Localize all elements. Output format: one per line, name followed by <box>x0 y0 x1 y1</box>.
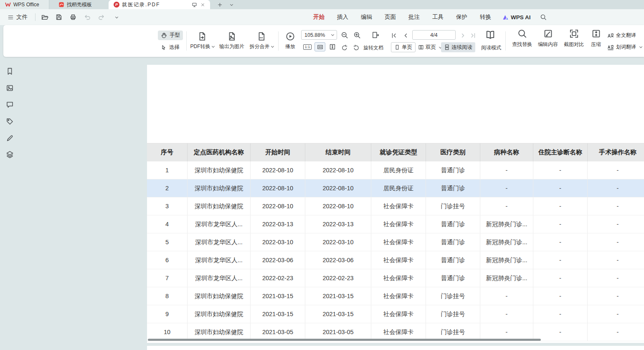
select-tool-label: 选择 <box>169 44 180 51</box>
table-cell: 新冠肺炎门诊... <box>480 233 533 251</box>
table-row[interactable]: 8深圳市妇幼保健院2021-03-152021-03-15社会保障卡门诊挂号--… <box>147 287 644 305</box>
rotate-doc-label[interactable]: 旋转文档 <box>363 44 383 51</box>
file-menu-button[interactable]: 文件 <box>4 12 31 23</box>
save-button[interactable] <box>54 12 64 22</box>
table-cell: - <box>533 233 588 251</box>
edit-content-button[interactable]: 编辑内容 <box>535 29 560 48</box>
select-tool-button[interactable]: 选择 <box>158 43 183 52</box>
first-page-button[interactable] <box>390 31 399 40</box>
rotate-right-button[interactable] <box>352 43 361 52</box>
menu-tab[interactable]: 编辑 <box>355 11 378 23</box>
pdf-convert-icon <box>198 32 207 41</box>
double-page-button[interactable]: 双页 <box>415 42 444 52</box>
undo-icon <box>84 14 91 20</box>
menu-tab[interactable]: 开始 <box>307 11 331 23</box>
print-button[interactable] <box>68 12 78 22</box>
monitor-icon[interactable] <box>192 2 197 8</box>
bookmark-panel-button[interactable] <box>6 67 14 76</box>
zoom-out-button[interactable] <box>340 31 349 40</box>
read-mode-label[interactable]: 阅读模式 <box>479 44 503 51</box>
table-cell: 8 <box>147 287 188 305</box>
table-cell: 2022-03-13 <box>305 215 371 233</box>
read-mode-button[interactable] <box>484 29 496 40</box>
tab-docer[interactable]: 找稻壳模板 <box>53 0 106 9</box>
screenshot-compare-button[interactable]: 截图对比 <box>561 29 586 48</box>
new-tab-button[interactable] <box>215 0 224 9</box>
table-header-cell: 病种名称 <box>480 143 533 161</box>
chevron-down-icon <box>331 33 334 36</box>
menu-tab[interactable]: 工具 <box>426 11 450 23</box>
single-page-icon <box>394 44 400 50</box>
hand-tool-button[interactable]: 手型 <box>158 31 183 40</box>
table-cell: 社会保障卡 <box>371 269 426 287</box>
tab-list-button[interactable] <box>226 0 235 9</box>
quick-access-dropdown[interactable] <box>111 12 121 22</box>
comment-panel-button[interactable] <box>6 101 14 109</box>
fit-width-icon <box>317 44 324 50</box>
wps-ai-button[interactable]: WPS AI <box>497 12 536 23</box>
table-cell: 2022-08-10 <box>305 197 371 215</box>
table-cell: - <box>588 197 644 215</box>
full-translate-button[interactable]: 全文翻译 <box>607 32 636 39</box>
tab-document[interactable]: P 就医记录.PDF <box>109 0 210 9</box>
fit-page-button[interactable] <box>327 42 338 51</box>
menu-tab[interactable]: 插入 <box>331 11 355 23</box>
menu-tab[interactable]: 转换 <box>474 11 497 23</box>
pdf-convert-button[interactable]: PDF转换 <box>188 29 216 53</box>
table-row[interactable]: 7深圳市龙华区人...2022-02-232022-02-23社会保障卡普通门诊… <box>147 269 644 287</box>
compress-button[interactable]: 压缩 <box>586 29 606 48</box>
table-cell: - <box>480 161 533 179</box>
menu-tab[interactable]: 批注 <box>402 11 426 23</box>
previous-page-button[interactable] <box>401 31 411 40</box>
table-cell: - <box>588 179 644 197</box>
actual-size-button[interactable]: 1:1 <box>302 42 313 51</box>
export-image-icon <box>227 32 236 41</box>
single-page-button[interactable]: 单页 <box>391 42 416 52</box>
ribbon-toolbar: 手型 选择 PDF转换 输出为图片 拆分合并 播放 105.88% <box>3 25 644 57</box>
tag-panel-button[interactable] <box>6 118 14 126</box>
pdf-page: 序号定点医药机构名称开始时间结束时间就诊凭证类型医疗类别病种名称住院主诊断名称手… <box>147 65 644 343</box>
continuous-read-button[interactable]: 连续阅读 <box>441 42 475 52</box>
open-file-button[interactable] <box>40 12 50 22</box>
table-row[interactable]: 3深圳市妇幼保健院2022-08-102022-08-10社会保障卡门诊挂号--… <box>147 197 644 215</box>
fit-width-button[interactable] <box>314 42 325 51</box>
hand-tool-label: 手型 <box>170 32 180 39</box>
find-replace-button[interactable]: 查找替换 <box>510 29 535 48</box>
table-cell: 10 <box>147 323 188 341</box>
annotate-panel-button[interactable] <box>6 134 14 143</box>
layers-panel-button[interactable] <box>6 151 14 159</box>
table-row[interactable]: 1深圳市妇幼保健院2022-08-102022-08-10居民身份证普通门诊--… <box>147 161 644 179</box>
horizontal-scrollbar[interactable] <box>148 339 541 341</box>
play-button[interactable]: 播放 <box>280 29 300 53</box>
book-icon <box>485 30 495 40</box>
table-row[interactable]: 5深圳市龙华区人...2022-03-102022-03-10社会保障卡普通门诊… <box>147 233 644 251</box>
table-row[interactable]: 9深圳市妇幼保健院2021-03-152021-03-15社会保障卡门诊挂号--… <box>147 305 644 323</box>
table-row[interactable]: 4深圳市龙华区人...2022-03-132022-03-13社会保障卡普通门诊… <box>147 215 644 233</box>
continuous-read-icon <box>444 44 450 50</box>
table-row[interactable]: 6深圳市龙华区人...2022-03-062022-03-06社会保障卡普通门诊… <box>147 251 644 269</box>
thumbnail-panel-button[interactable] <box>6 84 14 92</box>
last-page-button[interactable] <box>468 31 477 40</box>
menu-tab[interactable]: 页面 <box>378 11 402 23</box>
close-tab-icon[interactable] <box>200 3 205 7</box>
page-extract-button[interactable] <box>371 31 380 40</box>
edit-content-icon <box>543 29 553 38</box>
menu-tab[interactable]: 保护 <box>450 11 474 23</box>
split-merge-button[interactable]: 拆分合并 <box>248 29 275 53</box>
redo-button[interactable] <box>96 12 106 22</box>
export-image-button[interactable]: 输出为图片 <box>217 29 247 53</box>
next-page-button[interactable] <box>458 31 467 40</box>
word-translate-button[interactable]: 划词翻译 <box>607 43 642 51</box>
tab-wps-office[interactable]: WPS Office <box>0 0 49 9</box>
bookmark-icon <box>6 67 14 75</box>
table-row[interactable]: 2深圳市妇幼保健院2022-08-102022-08-10居民身份证普通门诊--… <box>147 179 644 197</box>
table-cell: 社会保障卡 <box>371 323 426 341</box>
rotate-left-button[interactable] <box>340 43 349 52</box>
table-cell: - <box>480 323 533 341</box>
zoom-in-button[interactable] <box>352 31 362 40</box>
titlebar: WPS Office 找稻壳模板 P 就医记录.PDF <box>0 0 644 9</box>
zoom-level-select[interactable]: 105.88% <box>301 30 337 40</box>
undo-button[interactable] <box>82 12 92 22</box>
page-number-input[interactable]: 4/4 <box>412 30 456 40</box>
search-button[interactable] <box>538 12 548 22</box>
